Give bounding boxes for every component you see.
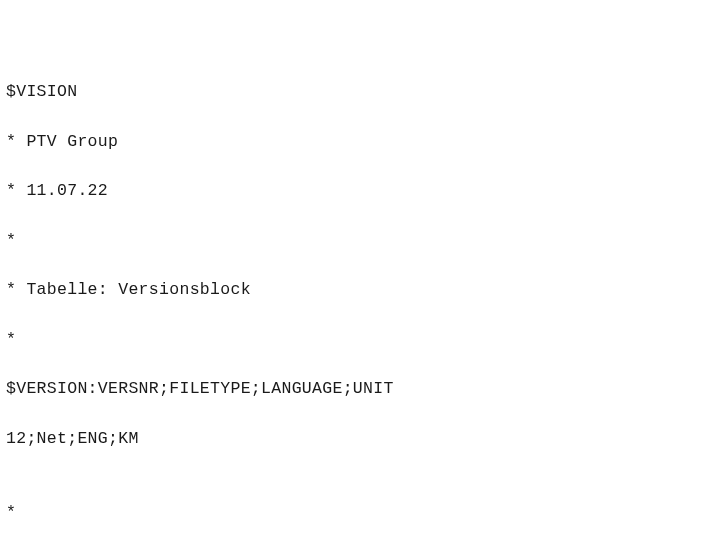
code-line: * 11.07.22 [6, 179, 714, 204]
code-line: $VISION [6, 80, 714, 105]
code-line: * [6, 501, 714, 526]
code-line: * [6, 328, 714, 353]
code-line: * PTV Group [6, 130, 714, 155]
code-line: 12;Net;ENG;KM [6, 427, 714, 452]
code-line: * [6, 229, 714, 254]
code-line: * Tabelle: Versionsblock [6, 278, 714, 303]
code-line: $VERSION:VERSNR;FILETYPE;LANGUAGE;UNIT [6, 377, 714, 402]
